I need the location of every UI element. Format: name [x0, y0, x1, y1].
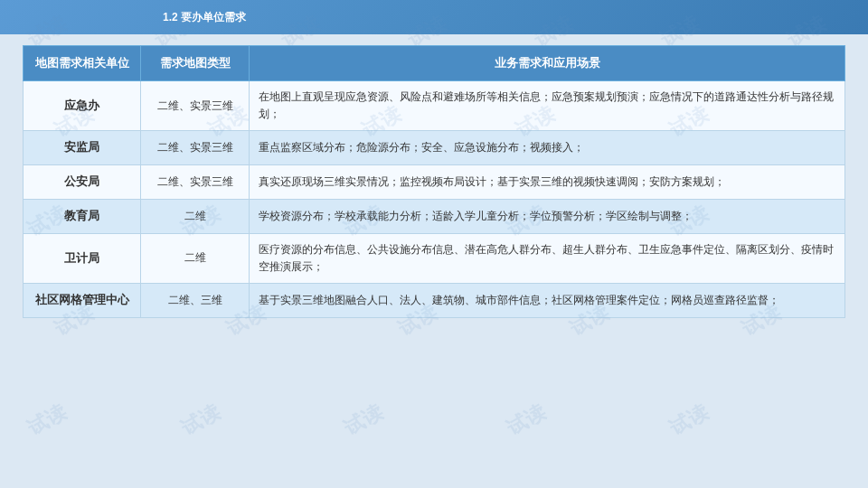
- cell-desc: 基于实景三维地图融合人口、法人、建筑物、城市部件信息；社区网格管理案件定位；网格…: [250, 284, 845, 318]
- table-row: 教育局二维学校资源分布；学校承载能力分析；适龄入学儿童分析；学位预警分析；学区绘…: [24, 199, 845, 233]
- cell-type: 二维、实景三维: [141, 131, 250, 165]
- cell-desc: 在地图上直观呈现应急资源、风险点和避难场所等相关信息；应急预案规划预演；应急情况…: [250, 81, 845, 131]
- cell-unit: 公安局: [24, 165, 141, 200]
- table-row: 应急办二维、实景三维在地图上直观呈现应急资源、风险点和避难场所等相关信息；应急预…: [24, 81, 845, 131]
- col-header-desc: 业务需求和应用场景: [250, 46, 845, 81]
- cell-type: 二维: [141, 233, 250, 283]
- requirements-table: 地图需求相关单位 需求地图类型 业务需求和应用场景 应急办二维、实景三维在地图上…: [23, 45, 845, 318]
- cell-unit: 应急办: [24, 81, 141, 131]
- cell-desc: 真实还原现场三维实景情况；监控视频布局设计；基于实景三维的视频快速调阅；安防方案…: [250, 165, 845, 200]
- table-row: 安监局二维、实景三维重点监察区域分布；危险源分布；安全、应急设施分布；视频接入；: [24, 131, 845, 165]
- cell-unit: 社区网格管理中心: [24, 284, 141, 318]
- cell-unit: 教育局: [24, 199, 141, 233]
- cell-desc: 重点监察区域分布；危险源分布；安全、应急设施分布；视频接入；: [250, 131, 845, 165]
- col-header-type: 需求地图类型: [141, 46, 250, 81]
- table-row: 公安局二维、实景三维真实还原现场三维实景情况；监控视频布局设计；基于实景三维的视…: [24, 165, 845, 200]
- col-header-unit: 地图需求相关单位: [24, 46, 141, 81]
- table-row: 卫计局二维医疗资源的分布信息、公共设施分布信息、潜在高危人群分布、超生人群分布、…: [24, 233, 845, 283]
- cell-type: 二维: [141, 199, 250, 233]
- cell-type: 二维、三维: [141, 284, 250, 318]
- table-header-row: 地图需求相关单位 需求地图类型 业务需求和应用场景: [24, 46, 845, 81]
- cell-unit: 卫计局: [24, 233, 141, 283]
- cell-desc: 医疗资源的分布信息、公共设施分布信息、潜在高危人群分布、超生人群分布、卫生应急事…: [250, 233, 845, 283]
- cell-type: 二维、实景三维: [141, 165, 250, 200]
- cell-unit: 安监局: [24, 131, 141, 165]
- top-header: 1.2 要办单位需求: [0, 0, 868, 34]
- table-row: 社区网格管理中心二维、三维基于实景三维地图融合人口、法人、建筑物、城市部件信息；…: [24, 284, 845, 318]
- header-title: 1.2 要办单位需求: [163, 10, 246, 25]
- cell-type: 二维、实景三维: [141, 81, 250, 131]
- cell-desc: 学校资源分布；学校承载能力分析；适龄入学儿童分析；学位预警分析；学区绘制与调整；: [250, 199, 845, 233]
- main-content: 地图需求相关单位 需求地图类型 业务需求和应用场景 应急办二维、实景三维在地图上…: [0, 34, 868, 327]
- page-wrapper: 试读试读试读试读试读试读试读试读试读试读试读试读试读试读试读试读试读试读试读试读…: [0, 0, 868, 488]
